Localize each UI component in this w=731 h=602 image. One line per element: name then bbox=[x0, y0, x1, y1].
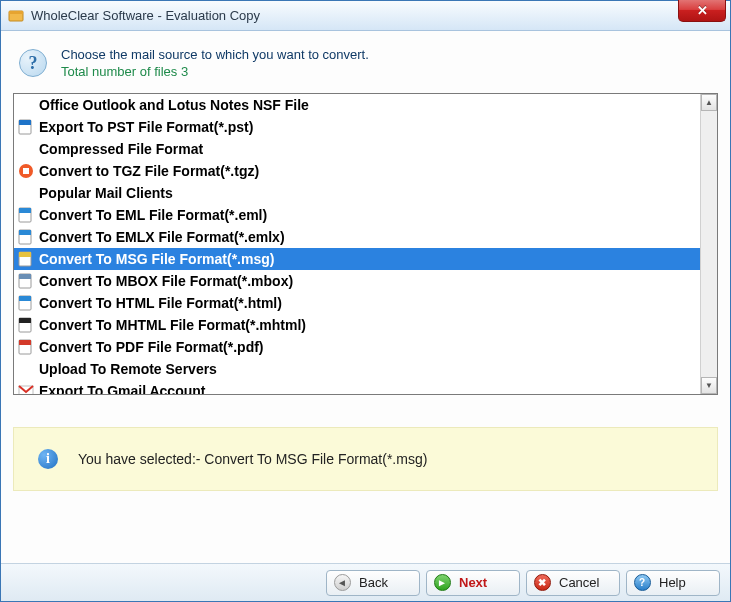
list-item[interactable]: Convert To HTML File Format(*.html) bbox=[14, 292, 700, 314]
cancel-icon: ✖ bbox=[533, 574, 551, 592]
back-label: Back bbox=[359, 575, 388, 590]
header-box: ? Choose the mail source to which you wa… bbox=[13, 43, 718, 93]
cancel-label: Cancel bbox=[559, 575, 599, 590]
svg-rect-1 bbox=[9, 11, 23, 14]
tgz-icon bbox=[17, 163, 34, 180]
msg-icon bbox=[17, 251, 34, 268]
list-item[interactable]: Convert to TGZ File Format(*.tgz) bbox=[14, 160, 700, 182]
list-item-label: Convert To PDF File Format(*.pdf) bbox=[39, 339, 264, 355]
svg-rect-13 bbox=[19, 274, 31, 279]
client-area: ? Choose the mail source to which you wa… bbox=[1, 31, 730, 563]
list-header: Compressed File Format bbox=[14, 138, 700, 160]
list-item-label: Convert To EMLX File Format(*.emlx) bbox=[39, 229, 285, 245]
help-icon-button: ? bbox=[633, 574, 651, 592]
list-item-label: Convert To MSG File Format(*.msg) bbox=[39, 251, 274, 267]
close-button[interactable]: ✕ bbox=[678, 0, 726, 22]
list-item[interactable]: Convert To PDF File Format(*.pdf) bbox=[14, 336, 700, 358]
app-icon bbox=[7, 7, 25, 25]
back-icon: ◄ bbox=[333, 574, 351, 592]
list-header: Popular Mail Clients bbox=[14, 182, 700, 204]
info-panel: i You have selected:- Convert To MSG Fil… bbox=[13, 427, 718, 491]
format-list-box: Office Outlook and Lotus Notes NSF FileE… bbox=[13, 93, 718, 395]
help-button[interactable]: ? Help bbox=[626, 570, 720, 596]
svg-rect-11 bbox=[19, 252, 31, 257]
list-item-label: Export To Gmail Account bbox=[39, 383, 205, 394]
html-icon bbox=[17, 295, 34, 312]
svg-rect-9 bbox=[19, 230, 31, 235]
scrollbar[interactable]: ▲ ▼ bbox=[700, 94, 717, 394]
list-item[interactable]: Export To Gmail Account bbox=[14, 380, 700, 394]
back-button[interactable]: ◄ Back bbox=[326, 570, 420, 596]
format-list[interactable]: Office Outlook and Lotus Notes NSF FileE… bbox=[14, 94, 700, 394]
next-icon: ► bbox=[433, 574, 451, 592]
cancel-button[interactable]: ✖ Cancel bbox=[526, 570, 620, 596]
header-prompt: Choose the mail source to which you want… bbox=[61, 47, 369, 62]
list-item-label: Upload To Remote Servers bbox=[39, 361, 217, 377]
mbox-icon bbox=[17, 273, 34, 290]
window-title: WholeClear Software - Evaluation Copy bbox=[31, 8, 260, 23]
list-item-label: Convert To MHTML File Format(*.mhtml) bbox=[39, 317, 306, 333]
header-sub: Total number of files 3 bbox=[61, 64, 369, 79]
list-item[interactable]: Convert To MBOX File Format(*.mbox) bbox=[14, 270, 700, 292]
list-header: Office Outlook and Lotus Notes NSF File bbox=[14, 94, 700, 116]
svg-rect-19 bbox=[19, 340, 31, 345]
next-label: Next bbox=[459, 575, 487, 590]
list-item-label: Convert to TGZ File Format(*.tgz) bbox=[39, 163, 259, 179]
list-item[interactable]: Convert To MHTML File Format(*.mhtml) bbox=[14, 314, 700, 336]
list-header: Upload To Remote Servers bbox=[14, 358, 700, 380]
info-text: You have selected:- Convert To MSG File … bbox=[78, 451, 427, 467]
gmail-icon bbox=[17, 383, 34, 395]
next-button[interactable]: ► Next bbox=[426, 570, 520, 596]
list-item-label: Convert To MBOX File Format(*.mbox) bbox=[39, 273, 293, 289]
eml-icon bbox=[17, 207, 34, 224]
close-icon: ✕ bbox=[697, 3, 708, 18]
list-item[interactable]: Export To PST File Format(*.pst) bbox=[14, 116, 700, 138]
emlx-icon bbox=[17, 229, 34, 246]
svg-rect-15 bbox=[19, 296, 31, 301]
list-item-label: Convert To HTML File Format(*.html) bbox=[39, 295, 282, 311]
outlook-icon bbox=[17, 119, 34, 136]
help-icon: ? bbox=[19, 49, 47, 77]
app-window: WholeClear Software - Evaluation Copy ✕ … bbox=[0, 0, 731, 602]
list-item[interactable]: Convert To EML File Format(*.eml) bbox=[14, 204, 700, 226]
list-item[interactable]: Convert To EMLX File Format(*.emlx) bbox=[14, 226, 700, 248]
help-label: Help bbox=[659, 575, 686, 590]
list-item-label: Convert To EML File Format(*.eml) bbox=[39, 207, 267, 223]
list-item-label: Export To PST File Format(*.pst) bbox=[39, 119, 253, 135]
svg-rect-17 bbox=[19, 318, 31, 323]
titlebar: WholeClear Software - Evaluation Copy ✕ bbox=[1, 1, 730, 31]
mhtml-icon bbox=[17, 317, 34, 334]
svg-rect-5 bbox=[23, 168, 29, 174]
scroll-up-button[interactable]: ▲ bbox=[701, 94, 717, 111]
scroll-down-button[interactable]: ▼ bbox=[701, 377, 717, 394]
info-icon: i bbox=[38, 449, 58, 469]
svg-rect-3 bbox=[19, 120, 31, 125]
list-item-label: Popular Mail Clients bbox=[39, 185, 173, 201]
list-item-label: Office Outlook and Lotus Notes NSF File bbox=[39, 97, 309, 113]
list-item[interactable]: Convert To MSG File Format(*.msg) bbox=[14, 248, 700, 270]
pdf-icon bbox=[17, 339, 34, 356]
footer: ◄ Back ► Next ✖ Cancel ? Help bbox=[1, 563, 730, 601]
scroll-track[interactable] bbox=[701, 111, 717, 377]
svg-rect-7 bbox=[19, 208, 31, 213]
list-item-label: Compressed File Format bbox=[39, 141, 203, 157]
